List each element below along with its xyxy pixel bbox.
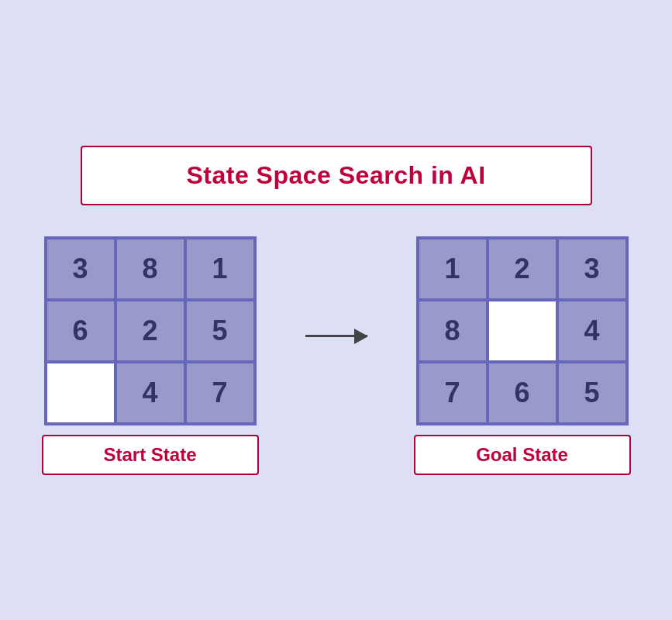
start-cell-5: 5	[185, 300, 255, 362]
start-cell-8: 7	[185, 362, 255, 424]
start-cell-3: 6	[46, 300, 115, 362]
goal-state-grid: 12384765	[416, 236, 629, 425]
start-cell-4: 2	[115, 300, 185, 362]
puzzles-row: 38162547 Start State 12384765 Goal State	[42, 236, 631, 475]
start-cell-6	[46, 362, 115, 424]
start-cell-0: 3	[46, 238, 115, 300]
start-cell-1: 8	[115, 238, 185, 300]
title-box: State Space Search in AI	[81, 146, 592, 205]
start-cell-2: 1	[185, 238, 255, 300]
goal-cell-6: 7	[418, 362, 488, 424]
page-title: State Space Search in AI	[186, 161, 485, 189]
goal-cell-0: 1	[418, 238, 488, 300]
start-cell-7: 4	[115, 362, 185, 424]
start-state-label-box: Start State	[42, 435, 259, 475]
goal-state-section: 12384765 Goal State	[414, 236, 631, 475]
main-container: State Space Search in AI 38162547 Start …	[42, 146, 631, 475]
transition-arrow	[305, 335, 367, 337]
arrow-container	[305, 335, 367, 337]
goal-cell-8: 5	[557, 362, 627, 424]
start-state-label: Start State	[103, 444, 196, 465]
goal-cell-5: 4	[557, 300, 627, 362]
goal-cell-3: 8	[418, 300, 488, 362]
goal-cell-7: 6	[488, 362, 557, 424]
goal-cell-4	[488, 300, 557, 362]
start-state-grid: 38162547	[44, 236, 257, 425]
goal-cell-2: 3	[557, 238, 627, 300]
start-state-section: 38162547 Start State	[42, 236, 259, 475]
goal-cell-1: 2	[488, 238, 557, 300]
goal-state-label-box: Goal State	[414, 435, 631, 475]
goal-state-label: Goal State	[476, 444, 568, 465]
